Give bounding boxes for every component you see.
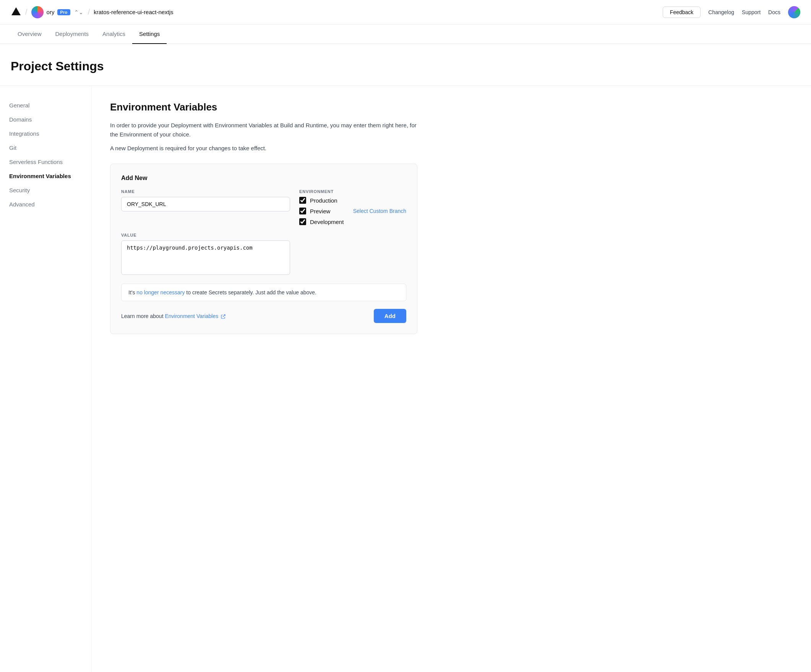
environment-variables-link[interactable]: Environment Variables (165, 313, 226, 319)
info-note-text2: to create Secrets separately. Just add t… (185, 289, 316, 295)
tab-analytics[interactable]: Analytics (95, 24, 132, 44)
preview-label: Preview (310, 208, 330, 214)
user-avatar[interactable] (31, 6, 44, 19)
section-title: Environment Variables (110, 101, 417, 113)
select-custom-branch-link[interactable]: Select Custom Branch (353, 208, 406, 214)
tab-settings[interactable]: Settings (132, 24, 166, 44)
user-switcher-button[interactable]: ⌃⌄ (73, 8, 84, 16)
footer-text-container: Learn more about Environment Variables (121, 313, 226, 319)
environment-col: ENVIRONMENT Production Preview Select Cu… (299, 189, 406, 225)
sidebar-item-advanced[interactable]: Advanced (9, 197, 82, 211)
sidebar-item-environment-variables[interactable]: Environment Variables (9, 169, 82, 183)
tab-overview[interactable]: Overview (11, 24, 49, 44)
changelog-link[interactable]: Changelog (708, 9, 734, 15)
sidebar-item-security[interactable]: Security (9, 183, 82, 197)
preview-checkbox[interactable] (299, 207, 306, 214)
info-note: It's no longer necessary to create Secre… (121, 283, 406, 301)
logo-icon[interactable] (11, 6, 21, 18)
nav-right: Feedback Changelog Support Docs (663, 6, 800, 19)
user-name: ory (47, 9, 55, 15)
footer-row: Learn more about Environment Variables A… (121, 309, 406, 323)
preview-row: Preview Select Custom Branch (299, 207, 406, 214)
no-longer-necessary-link[interactable]: no longer necessary (136, 289, 185, 295)
name-environment-row: NAME ENVIRONMENT Production Previe (121, 189, 406, 225)
name-input[interactable] (121, 197, 290, 211)
svg-marker-0 (12, 7, 20, 15)
value-col: VALUE https://playground.projects.oryapi… (121, 233, 290, 276)
value-textarea[interactable]: https://playground.projects.oryapis.com (121, 241, 290, 275)
project-name[interactable]: kratos-reference-ui-react-nextjs (93, 9, 173, 15)
nav-left: / ory Pro ⌃⌄ / kratos-reference-ui-react… (11, 6, 658, 19)
docs-link[interactable]: Docs (768, 9, 780, 15)
sidebar-item-integrations[interactable]: Integrations (9, 127, 82, 141)
support-link[interactable]: Support (742, 9, 760, 15)
sidebar-item-domains[interactable]: Domains (9, 112, 82, 127)
main-content: General Domains Integrations Git Serverl… (0, 86, 811, 672)
name-col: NAME (121, 189, 290, 211)
name-label: NAME (121, 189, 290, 194)
production-row: Production (299, 197, 406, 204)
value-label: VALUE (121, 233, 290, 238)
nav-separator-1: / (25, 8, 27, 17)
external-link-icon (221, 314, 226, 319)
development-checkbox[interactable] (299, 218, 306, 225)
section-desc-1: In order to provide your Deployment with… (110, 121, 417, 139)
development-row: Development (299, 218, 406, 225)
nav-separator-2: / (88, 8, 90, 17)
sidebar-item-general[interactable]: General (9, 98, 82, 112)
tab-deployments[interactable]: Deployments (49, 24, 96, 44)
value-row: VALUE https://playground.projects.oryapi… (121, 233, 406, 276)
environment-checkboxes: Production Preview Select Custom Branch … (299, 197, 406, 225)
sidebar: General Domains Integrations Git Serverl… (0, 86, 92, 672)
add-button[interactable]: Add (374, 309, 406, 323)
add-new-title: Add New (121, 175, 406, 182)
sidebar-item-serverless-functions[interactable]: Serverless Functions (9, 155, 82, 169)
sidebar-item-git[interactable]: Git (9, 141, 82, 155)
production-label: Production (310, 197, 338, 204)
production-checkbox[interactable] (299, 197, 306, 204)
add-new-card: Add New NAME ENVIRONMENT Production (110, 164, 417, 334)
feedback-button[interactable]: Feedback (663, 7, 701, 18)
environment-label: ENVIRONMENT (299, 189, 406, 194)
development-label: Development (310, 219, 344, 225)
user-account-avatar[interactable] (788, 6, 800, 19)
page-title: Project Settings (11, 59, 800, 73)
pro-badge: Pro (57, 9, 70, 15)
tabs-bar: Overview Deployments Analytics Settings (0, 24, 811, 44)
content-area: Environment Variables In order to provid… (92, 86, 436, 672)
section-desc-2: A new Deployment is required for your ch… (110, 144, 417, 153)
page-title-area: Project Settings (0, 44, 811, 86)
info-note-text1: It's (129, 289, 136, 295)
footer-learn-text: Learn more about (121, 313, 165, 319)
top-nav: / ory Pro ⌃⌄ / kratos-reference-ui-react… (0, 0, 811, 24)
